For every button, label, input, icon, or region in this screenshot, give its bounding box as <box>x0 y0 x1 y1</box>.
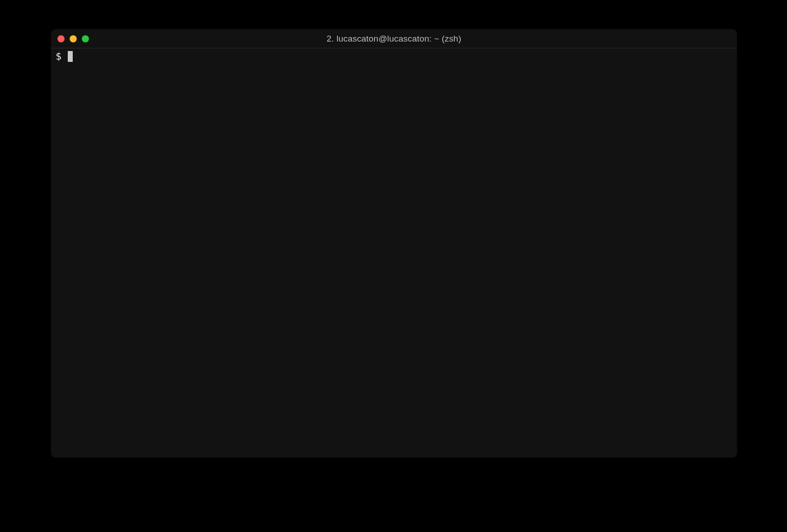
cursor-icon <box>68 51 73 62</box>
window-title: 2. lucascaton@lucascaton: ~ (zsh) <box>51 34 737 44</box>
traffic-lights <box>57 35 89 42</box>
titlebar[interactable]: 2. lucascaton@lucascaton: ~ (zsh) <box>51 29 737 48</box>
minimize-icon[interactable] <box>70 35 77 42</box>
terminal-body[interactable]: $ <box>51 48 737 457</box>
prompt-line: $ <box>56 51 732 62</box>
shell-prompt: $ <box>56 51 61 62</box>
zoom-icon[interactable] <box>82 35 89 42</box>
close-icon[interactable] <box>57 35 65 42</box>
terminal-window: 2. lucascaton@lucascaton: ~ (zsh) $ <box>51 29 737 457</box>
